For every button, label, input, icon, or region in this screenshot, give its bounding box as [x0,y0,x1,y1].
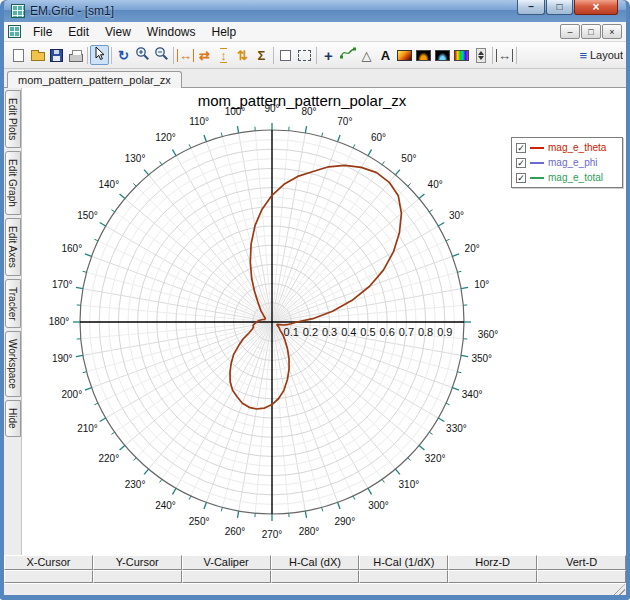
measure-col-header: H-Cal (1/dX) [359,555,448,570]
titlebar[interactable]: EM.Grid - [sm1] –□× [4,0,626,22]
toolbar-separator [173,47,174,64]
mdi-restore-button[interactable]: □ [581,24,601,39]
measure-col-header: Vert-D [537,555,626,570]
svg-text:230°: 230° [125,479,146,490]
spin-control-icon[interactable] [471,45,490,65]
legend-item-mag_e_phi[interactable]: ✓mag_e_phi [516,156,618,169]
palette-icon[interactable] [452,45,471,65]
fit-height-icon[interactable]: ↕ [214,45,233,65]
svg-text:0.4: 0.4 [341,326,356,338]
close-button[interactable]: × [574,0,618,15]
mdi-close-button[interactable]: × [602,24,622,39]
pan-vertical-icon[interactable]: ⇅ [233,45,252,65]
tabbar: mom_pattern_pattern_polar_zx [4,69,626,88]
svg-text:0.8: 0.8 [418,326,433,338]
svg-text:120°: 120° [155,132,176,143]
redraw-icon[interactable]: ↻ [114,45,133,65]
toolbar-icons: ↻↔⇄↕⇅Σ+△A↔ [9,45,579,65]
measure-col-header: X-Cursor [4,555,93,570]
svg-text:0.3: 0.3 [322,326,337,338]
side-tab-edit-plots[interactable]: Edit Plots [5,90,21,148]
svg-text:310°: 310° [399,479,420,490]
svg-text:60°: 60° [371,132,386,143]
open-file-icon[interactable] [28,45,47,65]
waveform-icon[interactable] [433,45,452,65]
legend: ✓mag_e_theta✓mag_e_phi✓mag_e_total [511,137,623,188]
menubar: FileEditViewWindowsHelp –□× [4,22,626,42]
svg-text:170°: 170° [52,279,73,290]
svg-text:0.7: 0.7 [399,326,414,338]
legend-checkbox-mag_e_phi[interactable]: ✓ [516,158,526,168]
zoom-out-icon[interactable] [152,45,171,65]
text-tool-icon[interactable]: A [376,45,395,65]
menu-file[interactable]: File [25,23,60,41]
curve-tool-icon[interactable] [338,45,357,65]
measure-table: X-CursorY-CursorV-CaliperH-Cal (dX)H-Cal… [4,555,626,583]
sum-icon[interactable]: Σ [252,45,271,65]
menu-view[interactable]: View [97,23,139,41]
legend-label: mag_e_total [548,172,603,183]
svg-text:40°: 40° [428,179,443,190]
caliper-icon[interactable]: ↔ [495,45,514,65]
side-tab-tracker[interactable]: Tracker [5,279,21,329]
new-document-icon[interactable] [9,45,28,65]
select-region-icon[interactable] [295,45,314,65]
pan-horizontal-icon[interactable]: ⇄ [195,45,214,65]
sidebar: Edit PlotsEdit GraphEdit AxesTrackerWork… [4,88,22,555]
svg-text:350°: 350° [471,353,492,364]
svg-text:0.9: 0.9 [437,326,452,338]
svg-text:260°: 260° [225,526,246,537]
svg-text:340°: 340° [462,389,483,400]
legend-checkbox-mag_e_theta[interactable]: ✓ [516,143,526,153]
svg-text:150°: 150° [77,210,98,221]
svg-text:70°: 70° [337,116,352,127]
workarea: Edit PlotsEdit GraphEdit AxesTrackerWork… [4,88,626,555]
side-tab-workspace[interactable]: Workspace [5,331,21,397]
legend-label: mag_e_theta [548,142,606,153]
measure-col-header: Horz-D [448,555,537,570]
svg-text:0.1: 0.1 [284,326,299,338]
measure-cell [271,570,360,583]
menu-edit[interactable]: Edit [60,23,97,41]
resize-grip[interactable] [613,584,625,595]
svg-text:130°: 130° [125,153,146,164]
legend-item-mag_e_total[interactable]: ✓mag_e_total [516,171,618,184]
side-tab-edit-graph[interactable]: Edit Graph [5,151,21,215]
svg-text:210°: 210° [77,423,98,434]
legend-checkbox-mag_e_total[interactable]: ✓ [516,173,526,183]
document-icon [8,25,21,38]
measure-cell [182,570,271,583]
legend-line-sample [530,147,544,149]
legend-item-mag_e_theta[interactable]: ✓mag_e_theta [516,141,618,154]
menu-windows[interactable]: Windows [139,23,204,41]
marker-tool-icon[interactable]: △ [357,45,376,65]
measure-cell [359,570,448,583]
checkbox-tool-icon[interactable] [276,45,295,65]
colormap-icon[interactable] [395,45,414,65]
maximize-button[interactable]: □ [546,0,573,15]
pointer-icon[interactable] [90,45,109,65]
svg-text:360°: 360° [478,329,499,340]
mdi-minimize-button[interactable]: – [560,24,580,39]
zoom-in-icon[interactable] [133,45,152,65]
minimize-button[interactable]: – [517,0,545,15]
svg-text:190°: 190° [52,353,73,364]
menu-help[interactable]: Help [204,23,245,41]
side-tab-edit-axes[interactable]: Edit Axes [5,218,21,276]
svg-text:240°: 240° [155,500,176,511]
side-tab-hide[interactable]: Hide [5,400,21,437]
measure-empty-row [4,570,626,583]
layout-icon[interactable]: ≡ [579,49,587,62]
plot-area: mom_pattern_pattern_polar_zx 10°20°30°40… [22,88,626,555]
fit-width-icon[interactable]: ↔ [176,45,195,65]
toolbar-separator [492,47,493,64]
save-icon[interactable] [47,45,66,65]
spectrogram-icon[interactable] [414,45,433,65]
svg-text:0.5: 0.5 [360,326,375,338]
toolbar-separator [316,47,317,64]
print-icon[interactable] [66,45,85,65]
svg-text:30°: 30° [449,210,464,221]
tab-mom-pattern-pattern-polar-zx[interactable]: mom_pattern_pattern_polar_zx [7,71,182,88]
svg-text:280°: 280° [299,526,320,537]
crosshair-icon[interactable]: + [319,45,338,65]
